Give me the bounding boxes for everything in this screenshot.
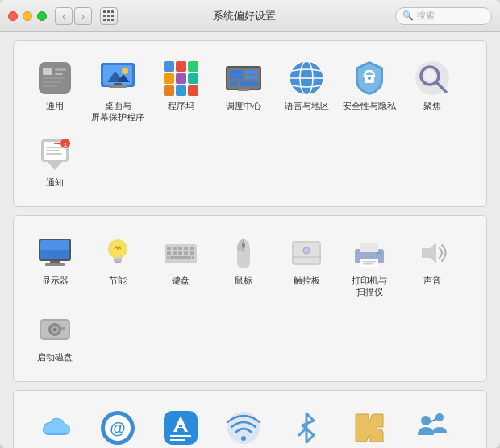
pref-mission[interactable]: 调度中心 <box>212 56 275 115</box>
general-icon-wrap <box>35 59 74 97</box>
pref-internet[interactable]: @ 互联网 帐户 <box>86 405 149 448</box>
pref-energy[interactable]: 节能 <box>86 230 149 290</box>
all-prefs-button[interactable] <box>100 7 118 25</box>
nav-buttons: ‹ › <box>55 7 92 25</box>
svg-rect-46 <box>46 153 62 155</box>
general-label: 通用 <box>46 101 64 112</box>
pref-trackpad[interactable]: 触控板 <box>275 230 338 290</box>
sound-label: 声音 <box>423 276 441 287</box>
pref-bluetooth[interactable]: 蓝牙 <box>275 405 338 448</box>
svg-rect-71 <box>170 256 191 259</box>
language-label: 语言与地区 <box>285 101 329 112</box>
energy-icon-wrap <box>98 234 137 272</box>
svg-rect-30 <box>238 89 249 91</box>
svg-rect-65 <box>190 247 194 250</box>
pref-dock[interactable]: 程序坞 <box>149 56 212 115</box>
pref-extensions[interactable]: 扩展 <box>338 405 401 448</box>
bluetooth-icon-wrap <box>287 409 326 447</box>
pref-startup[interactable]: 启动磁盘 <box>23 307 86 367</box>
dock-label: 程序坞 <box>168 101 194 112</box>
search-box[interactable]: 🔍 搜索 <box>395 7 492 25</box>
svg-rect-98 <box>179 425 182 427</box>
svg-rect-16 <box>188 61 198 72</box>
svg-rect-14 <box>164 61 174 72</box>
pref-printer[interactable]: 打印机与 扫描仪 <box>338 230 401 301</box>
svg-rect-17 <box>164 73 174 84</box>
minimize-button[interactable] <box>23 11 32 21</box>
svg-rect-66 <box>167 251 171 255</box>
svg-point-92 <box>53 328 56 331</box>
svg-rect-67 <box>173 251 177 255</box>
pref-keyboard[interactable]: 键盘 <box>149 230 212 290</box>
desktop-label: 桌面与 屏幕保护程序 <box>91 101 144 122</box>
back-button[interactable]: ‹ <box>55 7 73 25</box>
svg-point-86 <box>378 253 380 255</box>
svg-rect-13 <box>109 85 127 88</box>
svg-rect-61 <box>167 247 171 250</box>
pref-display[interactable]: 显示器 <box>23 230 86 290</box>
printer-icon-wrap <box>350 234 389 272</box>
extensions-icon-wrap <box>350 409 389 447</box>
svg-rect-19 <box>188 73 198 84</box>
keyboard-label: 键盘 <box>172 276 190 287</box>
pref-spotlight[interactable]: 聚焦 <box>401 56 464 115</box>
search-icon: 🔍 <box>402 10 414 21</box>
svg-text:@: @ <box>110 419 126 437</box>
pref-sound[interactable]: 声音 <box>401 230 464 290</box>
svg-rect-15 <box>176 61 186 72</box>
security-icon-wrap <box>350 59 389 97</box>
pref-language[interactable]: 语言与地区 <box>275 56 338 115</box>
svg-rect-69 <box>184 251 188 255</box>
svg-rect-3 <box>55 73 63 75</box>
svg-rect-25 <box>230 70 243 79</box>
svg-rect-4 <box>43 77 66 79</box>
forward-button[interactable]: › <box>74 7 92 25</box>
section-internet: iCloud @ 互联网 帐户 <box>13 390 487 448</box>
spotlight-icon-wrap <box>413 59 452 97</box>
pref-appstore[interactable]: App Store <box>149 405 212 448</box>
dock-icon-wrap <box>161 59 200 97</box>
network-icon-wrap <box>224 409 263 447</box>
svg-rect-54 <box>45 263 65 266</box>
pref-notification[interactable]: 1 通知 <box>23 132 86 192</box>
pref-desktop[interactable]: 桌面与 屏幕保护程序 <box>86 56 149 126</box>
svg-rect-21 <box>176 85 186 96</box>
pref-security[interactable]: 安全性与隐私 <box>338 56 401 115</box>
svg-rect-28 <box>230 81 238 86</box>
mouse-label: 鼠标 <box>235 276 252 287</box>
preferences-content: 通用 <box>0 32 500 448</box>
svg-rect-57 <box>114 259 122 262</box>
svg-point-104 <box>421 416 431 425</box>
close-button[interactable] <box>8 11 18 21</box>
maximize-button[interactable] <box>37 11 47 21</box>
mission-label: 调度中心 <box>226 101 261 112</box>
mouse-icon-wrap <box>224 234 263 272</box>
mission-icon-wrap <box>224 59 263 97</box>
svg-rect-84 <box>363 263 373 265</box>
pref-network[interactable]: 网络 <box>212 405 275 448</box>
svg-line-106 <box>430 419 436 422</box>
pref-mouse[interactable]: 鼠标 <box>212 230 275 290</box>
svg-rect-2 <box>55 68 66 71</box>
svg-rect-56 <box>114 257 122 259</box>
svg-rect-63 <box>178 247 182 250</box>
icloud-icon-wrap <box>35 409 74 447</box>
svg-rect-43 <box>54 143 60 144</box>
security-label: 安全性与隐私 <box>343 101 396 112</box>
section-internet-row: iCloud @ 互联网 帐户 <box>14 399 486 448</box>
search-placeholder: 搜索 <box>417 10 435 22</box>
window-title: 系统偏好设置 <box>126 9 363 23</box>
pref-icloud[interactable]: iCloud <box>23 405 86 448</box>
svg-rect-29 <box>240 81 258 86</box>
printer-label: 打印机与 扫描仪 <box>352 276 387 297</box>
notification-label: 通知 <box>46 177 64 189</box>
pref-sharing[interactable]: 共享 <box>401 405 464 448</box>
svg-rect-26 <box>245 70 258 74</box>
svg-point-36 <box>368 77 371 80</box>
notification-icon-wrap: 1 <box>35 135 74 174</box>
pref-general[interactable]: 通用 <box>23 56 86 115</box>
svg-rect-52 <box>40 240 69 250</box>
svg-rect-6 <box>43 85 57 87</box>
svg-rect-81 <box>360 243 378 252</box>
spotlight-label: 聚焦 <box>423 101 441 112</box>
